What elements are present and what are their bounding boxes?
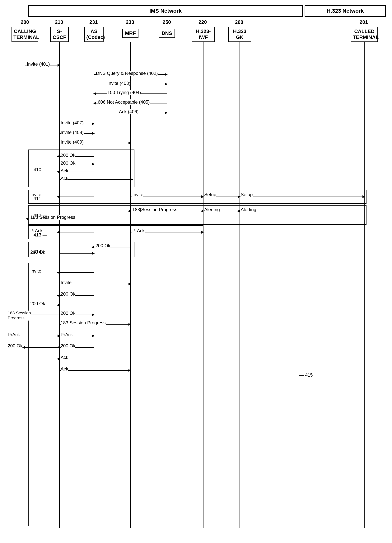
colnum-200: 200 <box>21 19 29 25</box>
svg-marker-54 <box>26 217 28 220</box>
svg-marker-27 <box>128 142 131 144</box>
msg-410-ack-2: Ack <box>61 176 68 181</box>
svg-marker-39 <box>57 195 60 198</box>
msg-415-200ok-4: 200 Ok <box>8 343 22 349</box>
msg-415-ack-2: Ack <box>61 366 68 372</box>
h323-network-label: H.323 Network <box>305 5 386 17</box>
svg-marker-67 <box>57 271 60 274</box>
msg-411-setup-2: Setup <box>241 192 253 197</box>
colnum-250: 250 <box>163 19 171 25</box>
msg-415-183sp-left: 183 SessionProgress <box>8 311 31 321</box>
svg-marker-15 <box>165 83 168 85</box>
msg-405: 606 Not Acceptable (405) <box>98 99 150 105</box>
entity-scscf: S-CSCF <box>50 27 69 42</box>
msg-409: Invite (409) <box>61 139 84 145</box>
entity-h323-iwf: H.323-IWF <box>192 27 215 42</box>
svg-marker-79 <box>128 323 131 326</box>
msg-411-setup-1: Setup <box>204 192 216 197</box>
svg-marker-91 <box>128 369 131 372</box>
colnum-220: 220 <box>199 19 207 25</box>
msg-402: DNS Query & Response (402) <box>96 71 158 76</box>
step-410: 410 — <box>33 167 47 172</box>
msg-414-200ok-1: 200 Ok <box>95 243 110 248</box>
step-411: 411 — <box>33 196 47 201</box>
msg-415-prack-right: PrAck <box>61 332 73 337</box>
colnum-210: 210 <box>55 19 63 25</box>
colnum-231: 231 <box>89 19 98 25</box>
colnum-260: 260 <box>235 19 243 25</box>
entity-calling-terminal: CALLINGTERMINAL <box>11 27 38 42</box>
msg-415-invite-2: Invite <box>61 280 72 285</box>
svg-marker-11 <box>58 64 60 67</box>
msg-415-prack-left: PrAck <box>8 332 20 337</box>
msg-415-200ok-5: 200 Ok <box>61 343 75 349</box>
svg-marker-62 <box>91 246 94 249</box>
diagram: IMS Network H.323 Network 200 210 231 23… <box>0 0 392 543</box>
msg-410-200ok-1: 200|Ok <box>61 153 75 158</box>
msg-412-alerting-1: Alerting <box>204 207 220 212</box>
colnum-233: 233 <box>126 19 134 25</box>
svg-marker-71 <box>57 294 60 297</box>
svg-rect-55 <box>28 226 203 239</box>
svg-marker-64 <box>92 252 95 255</box>
svg-marker-50 <box>201 210 203 212</box>
svg-marker-81 <box>58 334 60 337</box>
svg-rect-65 <box>28 263 299 526</box>
svg-marker-41 <box>201 195 204 198</box>
colnum-201: 201 <box>359 19 368 25</box>
step-413: 413 — <box>33 232 47 238</box>
svg-marker-83 <box>92 334 95 337</box>
svg-marker-85 <box>22 346 25 349</box>
step-412: 412 — <box>33 213 47 218</box>
msg-415-200ok-2: 200 Ok <box>30 301 45 306</box>
msg-415-invite-1: Invite <box>30 268 41 274</box>
svg-marker-52 <box>237 210 240 212</box>
entity-as-codec: AS(Codec) <box>84 27 104 42</box>
svg-marker-13 <box>165 73 168 76</box>
svg-marker-34 <box>57 170 60 173</box>
svg-marker-57 <box>57 231 60 234</box>
step-414: 414 — <box>33 249 47 255</box>
step-415: — 415 <box>299 372 313 378</box>
svg-marker-32 <box>92 163 95 165</box>
entity-called-terminal: CALLEDTERMINAL <box>351 27 378 42</box>
msg-415-200ok-1: 200 Ok <box>61 291 75 297</box>
svg-rect-37 <box>28 190 366 204</box>
msg-415-183sp-right: 183 Session Progress <box>61 320 106 326</box>
msg-408: Invite (408) <box>61 130 84 135</box>
svg-marker-36 <box>130 178 133 181</box>
svg-marker-43 <box>238 195 241 198</box>
msg-413-prack-right: PrAck <box>132 228 145 233</box>
msg-407: Invite (407) <box>61 120 84 125</box>
svg-marker-21 <box>165 112 168 114</box>
svg-marker-77 <box>92 313 95 316</box>
msg-404: 100 Trying (404) <box>107 90 141 95</box>
msg-412-183-1: 183|Session Progress <box>132 207 177 212</box>
entity-dns: DNS <box>159 29 175 38</box>
msg-410-ack-1: Ack <box>61 168 68 174</box>
svg-marker-25 <box>92 132 95 135</box>
svg-marker-89 <box>57 358 60 360</box>
svg-marker-87 <box>57 346 60 349</box>
msg-410-200ok-2: 200 Ok <box>61 160 75 166</box>
msg-403: Invite (403) <box>107 81 130 86</box>
msg-401: Invite (401) <box>27 62 50 67</box>
svg-marker-17 <box>93 92 96 95</box>
ims-network-label: IMS Network <box>28 5 303 17</box>
svg-marker-48 <box>128 210 130 212</box>
msg-406: Ack (406) <box>119 109 139 114</box>
svg-marker-19 <box>93 102 96 105</box>
svg-marker-73 <box>57 304 60 306</box>
entity-h323-gk: H.323GK <box>228 27 251 42</box>
svg-marker-69 <box>128 283 131 285</box>
msg-412-alerting-2: Alerting <box>241 207 256 212</box>
svg-marker-59 <box>201 231 204 234</box>
msg-411-invite-center: Invite <box>132 192 143 197</box>
svg-marker-23 <box>92 122 95 125</box>
msg-415-ack-1: Ack <box>61 355 68 360</box>
entity-mrf: MRF <box>122 29 138 38</box>
msg-415-200ok-3: 200 Ok <box>61 311 75 316</box>
svg-marker-30 <box>57 155 60 158</box>
svg-marker-45 <box>363 195 365 198</box>
svg-overlay <box>0 0 392 543</box>
